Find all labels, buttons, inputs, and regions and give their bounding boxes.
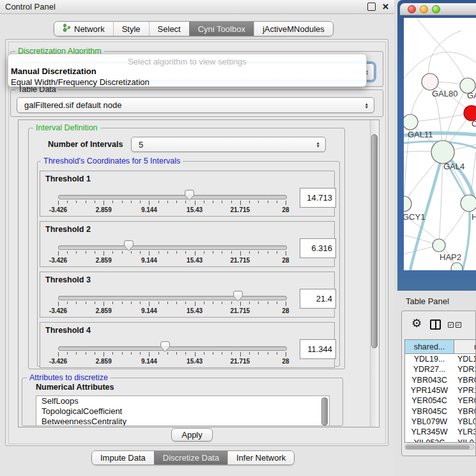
cell-name: YIL0 [454, 438, 474, 443]
threshold-value-field[interactable]: 21.4 [300, 289, 336, 309]
slider-tick [149, 251, 150, 256]
slider-tick [104, 302, 104, 306]
vertical-scrollbar-thumb[interactable] [371, 134, 378, 348]
tab-label: Discretize Data [163, 453, 219, 463]
table-row[interactable]: YBR045CYBR0 [405, 406, 475, 416]
network-node-gal4[interactable] [431, 141, 454, 164]
slider-tick [268, 201, 268, 203]
slider-tick [104, 201, 104, 205]
network-node-gal11[interactable] [404, 114, 418, 130]
cell-shared-name: YBR045C [405, 407, 454, 416]
slider-track[interactable] [58, 245, 287, 250]
slider-tick [112, 302, 113, 304]
combo-spinner-icon[interactable] [365, 102, 369, 109]
tab-infer-network[interactable]: Infer Network [227, 451, 294, 464]
slider-thumb[interactable] [160, 341, 170, 352]
threshold-title: Threshold 3 [45, 275, 91, 284]
table-row[interactable]: YLR345WYLR3 [405, 427, 475, 437]
tab-select[interactable]: Select [149, 22, 189, 36]
slider-tick [158, 302, 159, 304]
threshold-value-field[interactable]: 14.713 [300, 188, 336, 208]
table-row[interactable]: YBL079WYBL0 [405, 417, 475, 427]
slider-track[interactable] [58, 195, 287, 199]
tab-network[interactable]: Network [54, 22, 113, 36]
columns-icon[interactable] [430, 319, 441, 330]
table-row[interactable]: YBR043CYBR0 [405, 375, 475, 385]
cell-name: YER0 [454, 396, 475, 405]
control-panel-tabs: NetworkStyleSelectCyni ToolboxjActiveMNo… [54, 21, 334, 36]
network-node-gcy1[interactable] [404, 196, 411, 211]
network-canvas[interactable]: GAL80GACGAL11GAL4GCY1HHAP2 [404, 18, 476, 270]
slider-tick [204, 251, 204, 254]
node-label: GAL4 [443, 162, 464, 171]
numerical-attributes-label: Numerical Attributes [36, 383, 114, 392]
slider-tick [158, 201, 159, 203]
cell-shared-name: YDL19... [405, 355, 454, 364]
tab-label: Infer Network [236, 453, 286, 463]
zoom-traffic-light-icon[interactable] [432, 5, 440, 13]
slider-tick [286, 201, 286, 205]
slider-tick-label: 2.859 [96, 358, 112, 365]
slider-track[interactable] [58, 296, 287, 300]
network-node-hap2[interactable] [433, 239, 445, 252]
threshold-title: Threshold 2 [45, 225, 91, 234]
horizontal-scrollbar-thumb[interactable] [406, 445, 470, 449]
checkbox-icon[interactable] [456, 322, 461, 328]
network-node-h[interactable] [461, 195, 476, 211]
slider-tick [104, 352, 104, 357]
close-icon[interactable] [382, 2, 389, 12]
table-row[interactable]: YPR145WYPR1 [405, 385, 475, 395]
slider-tick [249, 352, 250, 355]
table-row[interactable]: YDR27...YDR2 [405, 364, 475, 374]
algorithm-option-manual-discretization[interactable]: Manual Discretization [11, 66, 96, 76]
number-of-intervals-combo[interactable]: 5 [131, 137, 326, 152]
slider-track[interactable] [58, 346, 287, 351]
threshold-title: Threshold 4 [45, 326, 91, 335]
slider-tick [140, 251, 141, 254]
slider-tick [167, 302, 168, 304]
slider-tick [112, 352, 113, 355]
minimize-traffic-light-icon[interactable] [420, 5, 428, 13]
list-scrollbar-thumb[interactable] [321, 397, 328, 426]
attribute-item-betweennesscentrality[interactable]: BetweennessCentrality [36, 417, 329, 426]
tab-cyni-toolbox[interactable]: Cyni Toolbox [189, 22, 254, 36]
threshold-value-field[interactable]: 6.316 [300, 238, 336, 258]
column-header-shared[interactable]: shared... [405, 340, 454, 353]
algorithm-option-equal-width-frequency-discretization[interactable]: Equal Width/Frequency Discretization [11, 77, 150, 87]
slider-tick [240, 302, 241, 306]
node-label: GAL11 [408, 130, 433, 139]
network-node-gal80[interactable] [422, 73, 438, 90]
tab-impute-data[interactable]: Impute Data [92, 451, 154, 464]
table-row[interactable]: YIL052CYIL0 [405, 437, 475, 443]
network-node[interactable] [451, 263, 463, 270]
close-traffic-light-icon[interactable] [408, 5, 416, 13]
table-data-combo[interactable]: galFiltered.sif default node [17, 97, 374, 113]
slider-thumb[interactable] [124, 240, 134, 251]
slider-tick [185, 352, 186, 355]
attribute-item-topologicalcoefficient[interactable]: TopologicalCoefficient [36, 406, 329, 417]
slider-tick [231, 201, 232, 203]
slider-thumb[interactable] [185, 190, 194, 201]
slider-tick [76, 201, 77, 203]
threshold-value-field[interactable]: 11.344 [300, 339, 336, 359]
slider-tick [277, 251, 277, 254]
attribute-item-selfloops[interactable]: SelfLoops [36, 396, 329, 406]
horizontal-scrollbar[interactable] [404, 444, 475, 450]
table-row[interactable]: YDL19...YDL1 [405, 354, 475, 364]
float-window-icon[interactable] [367, 3, 376, 11]
tab-discretize-data[interactable]: Discretize Data [154, 451, 227, 464]
slider-thumb[interactable] [233, 291, 243, 302]
checkbox-icon[interactable] [448, 322, 454, 328]
slider-tick [195, 302, 196, 306]
network-window-titlebar[interactable] [400, 3, 476, 15]
column-header-na[interactable]: na [454, 340, 475, 353]
numerical-attributes-list[interactable]: SelfLoopsTopologicalCoefficientBetweenne… [36, 395, 330, 426]
table-row[interactable]: YER054CYER0 [405, 395, 475, 406]
gear-icon[interactable] [411, 316, 422, 330]
tab-jactivemnodules[interactable]: jActiveMNodules [254, 22, 333, 36]
apply-button[interactable]: Apply [171, 428, 213, 441]
tab-style[interactable]: Style [113, 22, 149, 36]
slider-tick [185, 302, 186, 304]
combo-spinner-icon[interactable] [316, 141, 320, 148]
algorithm-popup: Select algorithm to view settings Manual… [8, 54, 367, 87]
